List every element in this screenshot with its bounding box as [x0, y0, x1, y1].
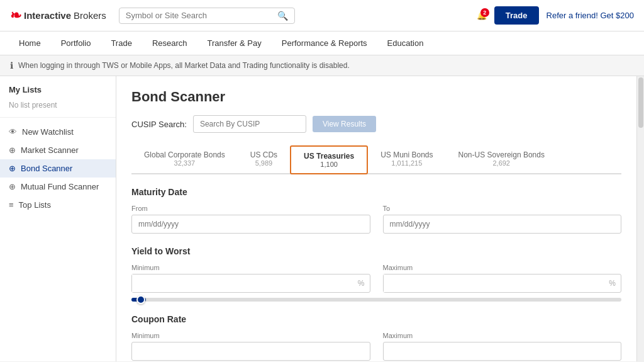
coupon-min-label: Minimum [131, 332, 370, 339]
yield-max-pct: % [604, 279, 621, 288]
logo-text-interactive: Interactive [24, 10, 71, 21]
logo-icon: ❧ [10, 8, 21, 24]
tab-us-muni-bonds[interactable]: US Muni Bonds 1,011,215 [368, 145, 445, 173]
yield-min-input-wrap[interactable]: 0.000 % [131, 274, 370, 293]
yield-min-input[interactable]: 0.000 [132, 274, 353, 292]
info-icon: ℹ [10, 60, 13, 71]
yield-max-input-wrap[interactable]: 100.000 % [383, 274, 622, 293]
search-icon: 🔍 [277, 11, 288, 21]
top-navbar: ❧ InteractiveBrokers 🔍 🔔 2 Trade Refer a… [0, 0, 644, 31]
sidebar-item-label: Top Lists [19, 200, 51, 210]
market-scanner-icon: ⊕ [9, 145, 16, 155]
sidebar-no-list: No list present [0, 101, 116, 118]
nav-item-performance[interactable]: Performance & Reports [273, 33, 376, 53]
yield-max-input[interactable]: 100.000 [384, 274, 604, 292]
nav-item-education[interactable]: Education [379, 33, 433, 53]
sidebar-item-bond-scanner[interactable]: ⊕ Bond Scanner [0, 159, 116, 178]
sidebar-title: My Lists [0, 85, 116, 101]
search-bar[interactable]: 🔍 [119, 8, 295, 24]
refer-link[interactable]: Refer a friend! Get $200 [547, 11, 634, 20]
bond-scanner-icon: ⊕ [9, 164, 16, 173]
maturity-to-input[interactable] [383, 215, 622, 234]
coupon-min-input[interactable] [131, 342, 370, 361]
nav-item-home[interactable]: Home [10, 33, 50, 53]
coupon-max-label: Maximum [383, 332, 622, 339]
sidebar-item-market-scanner[interactable]: ⊕ Market Scanner [0, 141, 116, 159]
top-lists-icon: ≡ [9, 200, 14, 210]
notification-badge: 2 [480, 8, 489, 17]
nav-item-portfolio[interactable]: Portfolio [52, 33, 100, 53]
bond-tabs: Global Corporate Bonds 32,337 US CDs 5,9… [131, 145, 621, 174]
mutual-fund-icon: ⊕ [9, 182, 16, 191]
tab-us-cds[interactable]: US CDs 5,989 [238, 145, 290, 173]
search-input[interactable] [126, 11, 274, 20]
coupon-max-input[interactable] [383, 342, 622, 361]
yield-max-field: Maximum 100.000 % [383, 264, 622, 293]
maturity-to-field: To [383, 205, 622, 234]
sidebar-item-label: Mutual Fund Scanner [21, 182, 99, 191]
main-navbar: Home Portfolio Trade Research Transfer &… [0, 31, 644, 55]
info-banner: ℹ When logging in through TWS or Mobile … [0, 55, 644, 76]
yield-min-field: Minimum 0.000 % [131, 264, 370, 293]
maturity-to-label: To [383, 205, 622, 212]
maturity-from-label: From [131, 205, 370, 212]
info-message: When logging in through TWS or Mobile Ap… [18, 61, 350, 70]
trade-button[interactable]: Trade [494, 6, 539, 25]
nav-item-transfer-pay[interactable]: Transfer & Pay [199, 33, 270, 53]
maturity-date-section: Maturity Date From To [131, 187, 621, 234]
nav-right: 🔔 2 Trade Refer a friend! Get $200 [477, 6, 634, 25]
logo-text-brokers: Brokers [74, 10, 106, 21]
slider-thumb[interactable] [136, 295, 145, 304]
coupon-min-field: Minimum [131, 332, 370, 361]
yield-to-worst-row: Minimum 0.000 % Maximum 100.000 % [131, 264, 621, 293]
sidebar-item-new-watchlist[interactable]: 👁 New Watchlist [0, 123, 116, 141]
scrollbar[interactable] [636, 76, 644, 361]
logo[interactable]: ❧ InteractiveBrokers [10, 8, 106, 24]
sidebar-item-label: Bond Scanner [21, 164, 72, 173]
page-title: Bond Scanner [131, 89, 621, 105]
coupon-rate-section: Coupon Rate Minimum Maximum [131, 314, 621, 361]
sidebar: My Lists No list present 👁 New Watchlist… [0, 76, 116, 361]
maturity-date-title: Maturity Date [131, 187, 621, 197]
maturity-from-input[interactable] [131, 215, 370, 234]
main-layout: My Lists No list present 👁 New Watchlist… [0, 76, 644, 361]
maturity-from-field: From [131, 205, 370, 234]
nav-item-trade[interactable]: Trade [102, 33, 140, 53]
tab-global-corporate-bonds[interactable]: Global Corporate Bonds 32,337 [131, 145, 238, 173]
coupon-rate-title: Coupon Rate [131, 314, 621, 324]
yield-min-label: Minimum [131, 264, 370, 271]
content-area: Bond Scanner CUSIP Search: View Results … [116, 76, 636, 361]
notification-bell[interactable]: 🔔 2 [477, 11, 487, 20]
yield-min-pct: % [353, 279, 370, 288]
sidebar-item-top-lists[interactable]: ≡ Top Lists [0, 196, 116, 214]
coupon-rate-row: Minimum Maximum [131, 332, 621, 361]
watchlist-icon: 👁 [9, 127, 17, 137]
coupon-max-field: Maximum [383, 332, 622, 361]
view-results-button[interactable]: View Results [313, 116, 376, 132]
cusip-label: CUSIP Search: [131, 120, 187, 129]
tab-non-us-sovereign-bonds[interactable]: Non-US Sovereign Bonds 2,692 [446, 145, 557, 173]
sidebar-item-mutual-fund-scanner[interactable]: ⊕ Mutual Fund Scanner [0, 178, 116, 196]
sidebar-item-label: Market Scanner [21, 145, 79, 155]
scrollbar-thumb[interactable] [638, 77, 643, 128]
nav-item-research[interactable]: Research [143, 33, 196, 53]
sidebar-item-label: New Watchlist [22, 127, 74, 137]
slider-track [131, 298, 621, 302]
maturity-date-row: From To [131, 205, 621, 234]
yield-max-label: Maximum [383, 264, 622, 271]
yield-slider[interactable] [131, 298, 621, 302]
yield-to-worst-title: Yield to Worst [131, 246, 621, 256]
cusip-input[interactable] [193, 115, 306, 133]
cusip-search-row: CUSIP Search: View Results [131, 115, 621, 133]
tab-us-treasuries[interactable]: US Treasuries 1,100 [290, 145, 368, 174]
yield-to-worst-section: Yield to Worst Minimum 0.000 % Maximum 1… [131, 246, 621, 302]
